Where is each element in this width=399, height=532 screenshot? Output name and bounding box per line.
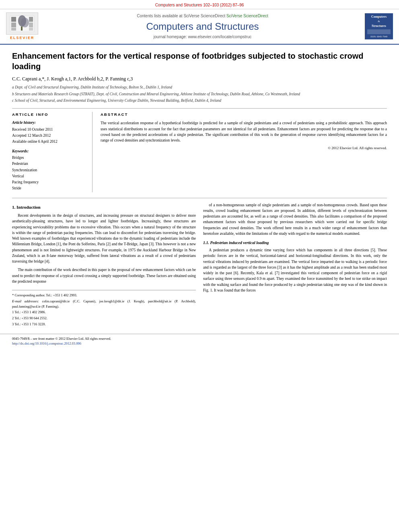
section-num: 1.	[12, 205, 15, 210]
history-label: Article history:	[12, 120, 86, 125]
article-body: Enhancement factors for the vertical res…	[0, 45, 399, 334]
footnotes-block: * Corresponding author. Tel.: +353 1 402…	[12, 290, 196, 327]
left-column: 1. Introduction Recent developments in t…	[12, 202, 196, 328]
svg-rect-6	[21, 27, 23, 31]
abstract-column: ABSTRACT The vertical acceleration respo…	[101, 112, 387, 192]
bottom-bar: 0045-7949/$ – see front matter © 2012 El…	[0, 334, 399, 349]
journal-ref-text: Computers and Structures 102–103 (2012) …	[155, 3, 244, 7]
right-column: of a non-homogeneous sample of single pe…	[203, 202, 387, 328]
email-addresses: colin.caprani@dit.ie (C.C. Caprani), joe…	[12, 299, 196, 308]
intro-para1: Recent developments in the design of str…	[12, 213, 196, 264]
accepted-date: Accepted 12 March 2012	[12, 133, 86, 138]
journal-homepage: journal homepage: www.elsevier.com/locat…	[40, 34, 365, 40]
svg-rect-3	[11, 28, 16, 31]
received-date: Received 10 October 2011	[12, 127, 86, 132]
svg-rect-1	[11, 17, 16, 22]
footnote-3: 3 Tel.: +353 1 716 3220.	[12, 322, 196, 327]
cover-thumbnail: Computers & Structures ISSN: 0045-7949	[365, 13, 393, 39]
journal-title-block: Contents lists available at SciVerse Sci…	[40, 13, 365, 40]
journal-name: Computers and Structures	[40, 20, 365, 33]
footnote-2: 2 Tel.: +353 90 644 2552.	[12, 316, 196, 321]
journal-reference-bar: Computers and Structures 102–103 (2012) …	[0, 0, 399, 9]
divider-top	[12, 108, 387, 109]
issn-line: 0045-7949/$ – see front matter © 2012 El…	[12, 337, 111, 341]
intro-para2: The main contribution of the work descri…	[12, 267, 196, 284]
sciverse-line: Contents lists available at SciVerse Sci…	[40, 13, 365, 19]
svg-point-5	[21, 18, 29, 27]
info-abstract-section: ARTICLE INFO Article history: Received 1…	[12, 112, 387, 192]
introduction-heading: 1. Introduction	[12, 204, 196, 211]
divider-bottom	[12, 198, 387, 198]
affiliation-b: b Structures and Materials Research Grou…	[12, 91, 387, 97]
keyword-bridges: Bridges	[12, 155, 86, 160]
abstract-heading: ABSTRACT	[101, 112, 387, 117]
keyword-synchronization: Synchronization	[12, 168, 86, 173]
page: Computers and Structures 102–103 (2012) …	[0, 0, 399, 532]
footnote-emails: E-mail addresses: colin.caprani@dit.ie (…	[12, 299, 196, 309]
abstract-text: The vertical acceleration response of a …	[101, 120, 387, 143]
keywords-label: Keywords:	[12, 149, 86, 154]
footnote-corresponding: * Corresponding author. Tel.: +353 1 402…	[12, 293, 196, 298]
available-date: Available online 6 April 2012	[12, 139, 86, 144]
keyword-pacing: Pacing frequency	[12, 180, 86, 185]
keywords-block: Keywords: Bridges Pedestrian Synchroniza…	[12, 149, 86, 191]
keyword-pedestrian: Pedestrian	[12, 161, 86, 166]
main-content-columns: 1. Introduction Recent developments in t…	[12, 202, 387, 328]
svg-rect-9	[29, 28, 33, 31]
article-info-column: ARTICLE INFO Article history: Received 1…	[12, 112, 93, 192]
article-info-heading: ARTICLE INFO	[12, 112, 86, 117]
footnote-1: 1 Tel.: +353 1 402 2986.	[12, 310, 196, 315]
elsevier-wordmark: ELSEVIER	[10, 35, 35, 41]
authors-line: C.C. Caprani a,*, J. Keogh a,1, P. Archb…	[12, 76, 387, 82]
doi-line: http://dx.doi.org/10.1016/j.compstruc.20…	[12, 341, 81, 345]
keyword-vertical: Vertical	[12, 174, 86, 179]
subsection-heading: 1.1. Pedestrian induced vertical loading	[203, 240, 387, 246]
elsevier-logo-image	[6, 12, 38, 35]
subsection-num: 1.1.	[203, 240, 209, 245]
right-para2: A pedestrian produces a dynamic time var…	[203, 247, 387, 293]
svg-rect-2	[11, 23, 16, 27]
section-title: Introduction	[16, 205, 41, 210]
affiliation-a: a Dept. of Civil and Structural Engineer…	[12, 84, 387, 90]
journal-cover-image: Computers & Structures ISSN: 0045-7949	[365, 13, 395, 39]
email-label: E-mail addresses:	[12, 299, 39, 303]
affiliation-c: c School of Civil, Structural, and Envir…	[12, 98, 387, 103]
affiliations-block: a Dept. of Civil and Structural Engineer…	[12, 84, 387, 103]
keyword-stride: Stride	[12, 186, 86, 191]
article-title: Enhancement factors for the vertical res…	[12, 51, 387, 72]
right-para1: of a non-homogeneous sample of single pe…	[203, 202, 387, 237]
abstract-copyright: © 2012 Elsevier Ltd. All rights reserved…	[101, 146, 387, 151]
svg-rect-7	[29, 17, 33, 22]
subsection-title: Pedestrian induced vertical loading	[210, 240, 269, 245]
elsevier-logo: ELSEVIER	[4, 12, 40, 41]
journal-header: ELSEVIER Contents lists available at Sci…	[0, 9, 399, 45]
svg-rect-8	[29, 23, 33, 27]
authors-text: C.C. Caprani a,*, J. Keogh a,1, P. Archb…	[12, 76, 133, 82]
